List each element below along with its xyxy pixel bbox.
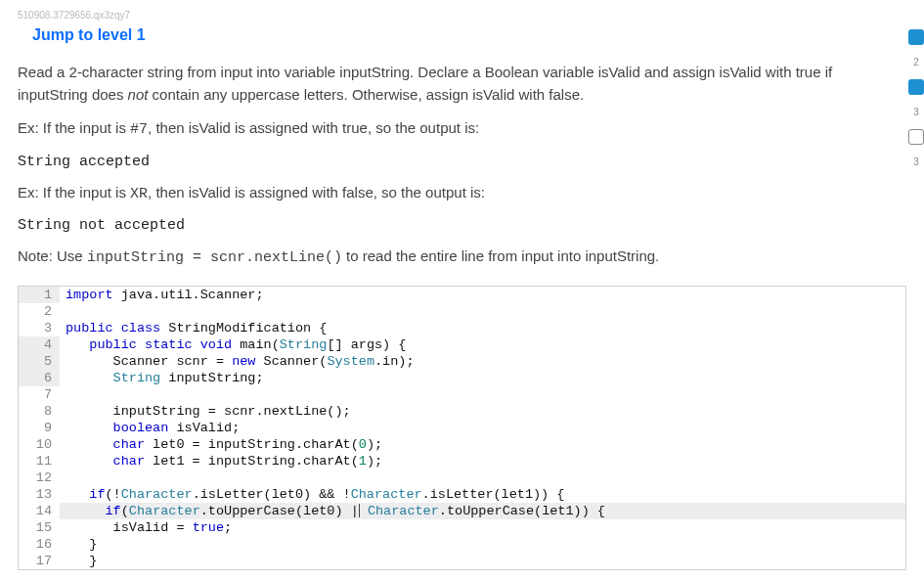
ex2-b: , then isValid is assigned with false, s… bbox=[148, 184, 485, 201]
code-line-active: if(Character.toUpperCase(let0) | Charact… bbox=[60, 503, 905, 519]
example2: Ex: If the input is XR, then isValid is … bbox=[18, 182, 888, 206]
side-count-1: 2 bbox=[908, 57, 924, 67]
line-number: 9 bbox=[19, 420, 60, 436]
code-line: inputString = scnr.nextLine(); bbox=[60, 403, 905, 420]
example1: Ex: If the input is #7, then isValid is … bbox=[18, 117, 888, 142]
note-a: Note: Use bbox=[18, 247, 87, 264]
thumbs-up-icon[interactable] bbox=[908, 29, 924, 45]
code-line: char let1 = inputString.charAt(1); bbox=[60, 453, 905, 469]
ex1-input: #7 bbox=[130, 121, 148, 138]
para1-not: not bbox=[128, 86, 149, 103]
line-number: 13 bbox=[19, 486, 60, 503]
line-number: 14 bbox=[19, 503, 60, 519]
code-line: } bbox=[60, 553, 905, 569]
line-number: 7 bbox=[19, 386, 60, 403]
ex2-input: XR bbox=[130, 186, 148, 202]
code-line: String inputString; bbox=[60, 370, 905, 386]
side-count-3: 3 bbox=[908, 156, 924, 167]
output1: String accepted bbox=[18, 154, 906, 170]
line-number: 4 bbox=[19, 336, 60, 353]
ex2-a: Ex: If the input is bbox=[18, 184, 130, 201]
code-line: if(!Character.isLetter(let0) && !Charact… bbox=[60, 486, 905, 503]
note: Note: Use inputString = scnr.nextLine() … bbox=[18, 246, 888, 270]
code-line: public class StringModification { bbox=[60, 320, 905, 336]
line-number: 2 bbox=[19, 303, 60, 320]
line-number: 3 bbox=[19, 320, 60, 336]
note-b: to read the entire line from input into … bbox=[342, 247, 659, 264]
code-line: public static void main(String[] args) { bbox=[60, 336, 905, 353]
line-number: 5 bbox=[19, 353, 60, 370]
jump-to-level-link[interactable]: Jump to level 1 bbox=[32, 26, 146, 44]
line-number: 17 bbox=[19, 553, 60, 569]
problem-statement: Read a 2-character string from input int… bbox=[18, 62, 888, 106]
line-number: 6 bbox=[19, 370, 60, 386]
code-line bbox=[60, 386, 905, 403]
code-line: import java.util.Scanner; bbox=[60, 287, 905, 303]
line-number: 1 bbox=[19, 287, 60, 303]
bookmark-icon[interactable] bbox=[908, 129, 924, 145]
line-number: 12 bbox=[19, 469, 60, 486]
ex1-b: , then isValid is assigned with true, so… bbox=[148, 119, 479, 136]
thumbs-down-icon[interactable] bbox=[908, 79, 924, 95]
meta-id: 510908.3729656.qx3zqy7 bbox=[18, 10, 906, 21]
line-number: 11 bbox=[19, 453, 60, 469]
code-line: boolean isValid; bbox=[60, 420, 905, 436]
note-code: inputString = scnr.nextLine() bbox=[87, 249, 342, 266]
output2: String not accepted bbox=[18, 217, 906, 234]
code-line: } bbox=[60, 536, 905, 553]
line-number: 16 bbox=[19, 536, 60, 553]
code-line: isValid = true; bbox=[60, 519, 905, 536]
code-line: char let0 = inputString.charAt(0); bbox=[60, 436, 905, 453]
line-number: 15 bbox=[19, 519, 60, 536]
code-editor[interactable]: 1import java.util.Scanner; 2 3public cla… bbox=[18, 286, 906, 570]
code-line bbox=[60, 469, 905, 486]
code-line: Scanner scnr = new Scanner(System.in); bbox=[60, 353, 905, 370]
feedback-icons: 2 3 3 bbox=[904, 29, 924, 167]
line-number: 8 bbox=[19, 403, 60, 420]
side-count-2: 3 bbox=[908, 107, 924, 117]
code-line bbox=[60, 303, 905, 320]
ex1-a: Ex: If the input is bbox=[18, 119, 130, 136]
line-number: 10 bbox=[19, 436, 60, 453]
para1-b: contain any uppercase letters. Otherwise… bbox=[148, 86, 584, 103]
